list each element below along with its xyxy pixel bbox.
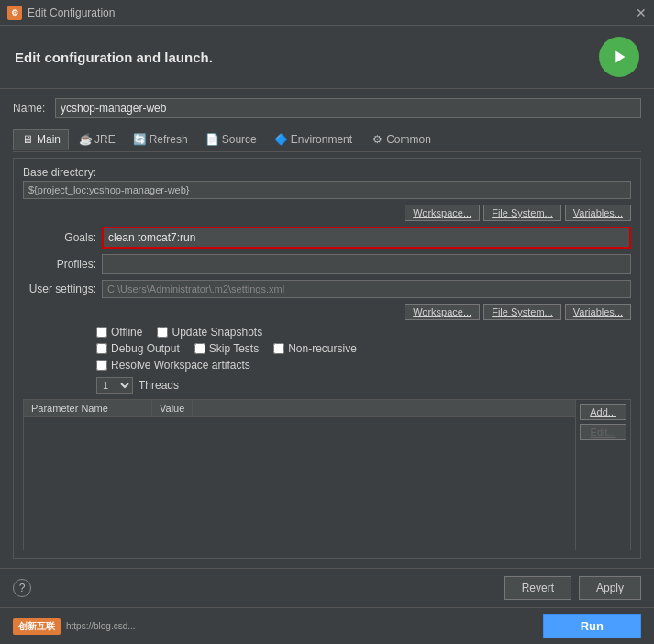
debug-output-label: Debug Output xyxy=(111,342,180,355)
btn-row-1: Workspace... File System... Variables... xyxy=(23,205,631,221)
goals-label: Goals: xyxy=(23,231,96,244)
dialog-content: Name: 🖥 Main ☕ JRE 🔄 Refresh 📄 Source � xyxy=(0,89,654,568)
tab-environment-label: Environment xyxy=(291,133,352,146)
checkbox-row-3: Resolve Workspace artifacts xyxy=(96,359,631,372)
bottom-right: Revert Apply xyxy=(504,576,641,600)
checkbox-row-1: Offline Update Snapshots xyxy=(96,326,631,339)
base-dir-section: Base directory: xyxy=(23,166,631,199)
update-snapshots-checkbox[interactable] xyxy=(157,327,168,338)
apply-button[interactable]: Apply xyxy=(579,576,641,600)
file-system-btn-2[interactable]: File System... xyxy=(483,304,561,320)
variables-btn-1[interactable]: Variables... xyxy=(565,205,631,221)
title-bar: ⚙ Edit Configuration ✕ xyxy=(0,0,654,26)
update-snapshots-checkbox-label[interactable]: Update Snapshots xyxy=(157,326,262,339)
param-table: Parameter Name Value Add... Edit... xyxy=(23,399,631,550)
title-bar-text: Edit Configuration xyxy=(28,6,636,19)
tab-common[interactable]: ⚙ Common xyxy=(362,129,439,150)
name-row: Name: xyxy=(13,98,641,118)
skip-tests-checkbox[interactable] xyxy=(194,343,205,354)
tab-refresh[interactable]: 🔄 Refresh xyxy=(126,129,196,150)
table-side-buttons: Add... Edit... xyxy=(575,400,630,550)
tab-main-label: Main xyxy=(37,133,61,146)
run-bar: 创新互联 https://blog.csd... Run xyxy=(0,607,654,644)
refresh-tab-icon: 🔄 xyxy=(134,133,147,146)
offline-checkbox[interactable] xyxy=(96,327,107,338)
table-header: Parameter Name Value xyxy=(24,400,575,417)
non-recursive-label: Non-recursive xyxy=(288,342,357,355)
profiles-label: Profiles: xyxy=(23,258,96,271)
add-btn[interactable]: Add... xyxy=(580,404,626,420)
dialog-title: Edit configuration and launch. xyxy=(15,50,213,65)
help-button[interactable]: ? xyxy=(13,579,31,597)
threads-label: Threads xyxy=(139,379,179,392)
jre-tab-icon: ☕ xyxy=(79,133,92,146)
source-tab-icon: 📄 xyxy=(206,133,219,146)
revert-button[interactable]: Revert xyxy=(504,576,571,600)
threads-row: 1 2 4 Threads xyxy=(23,377,631,394)
goals-input[interactable] xyxy=(102,227,631,249)
watermark-brand: 创新互联 xyxy=(13,618,61,635)
dialog-header: Edit configuration and launch. xyxy=(0,26,654,89)
close-button[interactable]: ✕ xyxy=(636,6,647,19)
name-input[interactable] xyxy=(55,98,641,118)
update-snapshots-label: Update Snapshots xyxy=(172,326,262,339)
debug-output-checkbox-label[interactable]: Debug Output xyxy=(96,342,180,355)
edit-btn[interactable]: Edit... xyxy=(580,424,626,440)
resolve-workspace-label: Resolve Workspace artifacts xyxy=(111,359,250,372)
name-label: Name: xyxy=(13,102,50,115)
user-settings-input[interactable] xyxy=(102,280,631,298)
offline-checkbox-label[interactable]: Offline xyxy=(96,326,142,339)
user-settings-label: User settings: xyxy=(23,283,96,295)
skip-tests-label: Skip Tests xyxy=(209,342,259,355)
bottom-left: ? xyxy=(13,579,31,597)
file-system-btn-1[interactable]: File System... xyxy=(483,205,561,221)
profiles-row: Profiles: xyxy=(23,254,631,274)
dialog: Edit configuration and launch. Name: 🖥 M… xyxy=(0,26,654,644)
app-icon: ⚙ xyxy=(7,6,22,20)
col-param-name: Parameter Name xyxy=(24,400,152,416)
tab-refresh-label: Refresh xyxy=(150,133,188,146)
main-tab-icon: 🖥 xyxy=(21,133,34,146)
tab-jre-label: JRE xyxy=(94,133,116,146)
btn-row-2: Workspace... File System... Variables... xyxy=(23,304,631,320)
dialog-bottom: ? Revert Apply xyxy=(0,568,654,607)
non-recursive-checkbox[interactable] xyxy=(273,343,284,354)
col-value: Value xyxy=(152,400,193,416)
run-button[interactable]: Run xyxy=(543,614,641,638)
resolve-workspace-checkbox-label[interactable]: Resolve Workspace artifacts xyxy=(96,359,250,372)
user-settings-row: User settings: xyxy=(23,280,631,298)
resolve-workspace-checkbox[interactable] xyxy=(96,360,107,371)
tab-source[interactable]: 📄 Source xyxy=(198,129,265,150)
watermark-url: https://blog.csd... xyxy=(66,621,136,631)
threads-select[interactable]: 1 2 4 xyxy=(96,377,133,394)
profiles-input[interactable] xyxy=(102,254,631,274)
base-dir-input[interactable] xyxy=(23,181,631,199)
variables-btn-2[interactable]: Variables... xyxy=(565,304,631,320)
offline-label: Offline xyxy=(111,326,142,339)
skip-tests-checkbox-label[interactable]: Skip Tests xyxy=(194,342,259,355)
tab-common-label: Common xyxy=(386,133,431,146)
non-recursive-checkbox-label[interactable]: Non-recursive xyxy=(273,342,357,355)
common-tab-icon: ⚙ xyxy=(371,133,383,146)
base-dir-label: Base directory: xyxy=(23,166,631,179)
table-body[interactable] xyxy=(24,417,575,472)
environment-tab-icon: 🔷 xyxy=(275,133,288,146)
main-panel: Base directory: Workspace... File System… xyxy=(13,158,641,559)
tabs-bar: 🖥 Main ☕ JRE 🔄 Refresh 📄 Source 🔷 Enviro… xyxy=(13,128,641,152)
go-button[interactable] xyxy=(599,37,639,77)
tab-jre[interactable]: ☕ JRE xyxy=(71,129,124,150)
goals-row: Goals: xyxy=(23,227,631,249)
workspace-btn-1[interactable]: Workspace... xyxy=(405,205,480,221)
debug-output-checkbox[interactable] xyxy=(96,343,107,354)
tab-main[interactable]: 🖥 Main xyxy=(13,129,69,150)
watermark: 创新互联 https://blog.csd... xyxy=(13,618,136,635)
tab-environment[interactable]: 🔷 Environment xyxy=(267,129,360,150)
tab-source-label: Source xyxy=(222,133,257,146)
table-main: Parameter Name Value xyxy=(24,400,575,550)
workspace-btn-2[interactable]: Workspace... xyxy=(405,304,480,320)
checkbox-row-2: Debug Output Skip Tests Non-recursive xyxy=(96,342,631,355)
checkboxes-section: Offline Update Snapshots Debug Output Sk… xyxy=(23,326,631,372)
